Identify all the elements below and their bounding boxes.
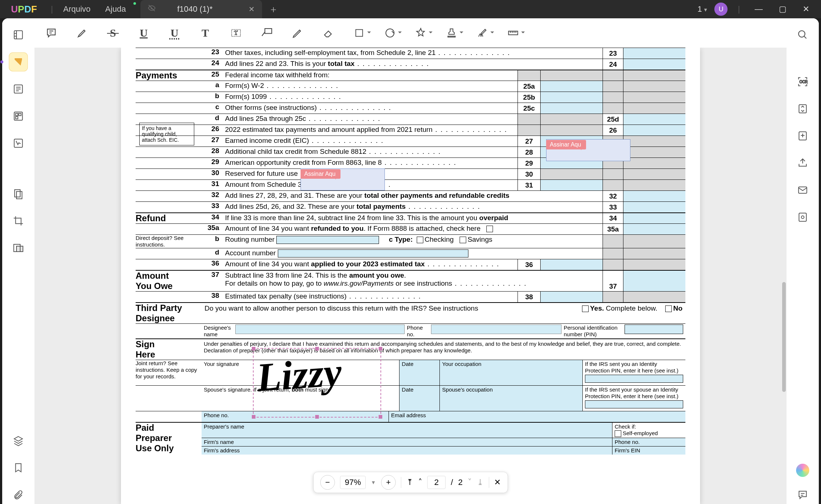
amount-field[interactable]	[540, 103, 603, 114]
strikethrough-tool-icon[interactable]: S	[103, 23, 123, 43]
document-viewport[interactable]: 23 Other taxes, including self-employmen…	[34, 48, 787, 504]
new-tab-button[interactable]: ＋	[262, 3, 285, 16]
prev-page-button[interactable]: ˄	[418, 478, 422, 487]
squiggly-tool-icon[interactable]: U	[164, 23, 185, 43]
document-tab[interactable]: f1040 (1)* ✕	[140, 0, 262, 18]
amount-field[interactable]	[623, 48, 685, 59]
checkbox-checking[interactable]	[417, 237, 423, 243]
eraser-tool-icon[interactable]	[318, 23, 339, 43]
minimize-button[interactable]: —	[750, 4, 767, 14]
spouse-ip-pin-field[interactable]	[585, 400, 683, 408]
zoom-dropdown-icon[interactable]: ▼	[371, 479, 376, 485]
amount-field[interactable]	[623, 213, 685, 223]
cell	[540, 125, 603, 136]
sign-here-tag[interactable]: Assinar Aqui	[546, 140, 586, 149]
convert-icon[interactable]	[794, 100, 812, 118]
email-icon[interactable]	[794, 181, 812, 199]
note-tool-icon[interactable]	[41, 23, 62, 43]
comment-tool-icon[interactable]	[9, 53, 27, 71]
sticker-tool-icon[interactable]	[380, 23, 400, 43]
signature-graphic[interactable]: Lizzy	[255, 349, 343, 401]
stamp-tool-icon[interactable]	[410, 23, 431, 43]
next-page-button[interactable]: ˅	[468, 478, 472, 487]
textbox-tool-icon[interactable]: T	[226, 23, 246, 43]
routing-number-field[interactable]	[276, 236, 379, 244]
checkbox-self-employed[interactable]	[615, 430, 621, 437]
layers-icon[interactable]	[9, 431, 27, 450]
check-if-label: Check if:	[615, 423, 636, 430]
user-avatar[interactable]: U	[714, 3, 728, 16]
mid-label: 30	[518, 169, 540, 179]
maximize-button[interactable]: ▢	[774, 4, 791, 14]
zoom-out-button[interactable]: −	[320, 475, 335, 490]
amount-field[interactable]	[540, 81, 603, 92]
redact-icon[interactable]	[9, 239, 27, 257]
amount-field[interactable]	[623, 114, 685, 125]
attachment-icon[interactable]	[9, 486, 27, 504]
ocr-icon[interactable]: OCR	[794, 73, 812, 91]
search-icon[interactable]	[794, 26, 812, 44]
sign-here-tag[interactable]: Assinar Aqui	[301, 169, 340, 179]
first-page-button[interactable]: ⤒	[406, 478, 413, 487]
line-desc: Other taxes, including self-employment t…	[223, 48, 603, 59]
ip-pin-field[interactable]	[585, 375, 683, 383]
tab-close-button[interactable]: ✕	[248, 5, 255, 14]
comments-panel-icon[interactable]	[794, 486, 812, 504]
checkbox-8888[interactable]	[486, 226, 493, 232]
zoom-toolbar: − 97% ▼ + ⤒ ˄ 2 / 2 ˅ ⤓ ✕	[313, 472, 508, 493]
callout-tool-icon[interactable]	[257, 23, 277, 43]
designee-name-field[interactable]	[235, 325, 405, 334]
checkbox-no[interactable]	[665, 305, 672, 312]
page-dropdown[interactable]: 1 ▾	[697, 4, 707, 14]
signature-tool-icon[interactable]	[472, 23, 493, 43]
form-fill-icon[interactable]	[9, 134, 27, 152]
amount-field[interactable]	[623, 59, 685, 70]
stamp2-tool-icon[interactable]	[441, 23, 462, 43]
scrollbar-thumb[interactable]	[782, 282, 786, 392]
svg-rect-14	[356, 30, 363, 37]
checkbox-savings[interactable]	[460, 237, 466, 243]
thumbnails-icon[interactable]	[9, 26, 27, 44]
organize-pages-icon[interactable]	[9, 185, 27, 203]
menu-help[interactable]: Ajuda	[98, 4, 133, 14]
account-number-field[interactable]	[278, 249, 468, 257]
amount-field[interactable]	[623, 191, 685, 201]
share-icon[interactable]	[794, 154, 812, 172]
page-input[interactable]: 2	[427, 476, 446, 489]
zoom-percent[interactable]: 97%	[340, 476, 366, 489]
zoom-in-button[interactable]: +	[381, 475, 396, 490]
ai-assistant-icon[interactable]	[796, 464, 809, 477]
checkbox-yes[interactable]	[582, 305, 589, 312]
svg-rect-13	[265, 29, 272, 33]
amount-field[interactable]	[623, 125, 685, 136]
amount-field[interactable]	[623, 224, 685, 234]
line-desc: Form(s) W-2	[223, 81, 518, 92]
compress-icon[interactable]	[794, 127, 812, 145]
page-tools-icon[interactable]	[9, 107, 27, 125]
close-button[interactable]: ✕	[798, 4, 814, 14]
designee-pin-field[interactable]	[625, 325, 683, 334]
amount-field[interactable]	[623, 271, 685, 291]
crop-icon[interactable]	[9, 212, 27, 230]
measure-tool-icon[interactable]	[503, 23, 523, 43]
svg-rect-0	[14, 31, 23, 39]
pencil-tool-icon[interactable]	[287, 23, 308, 43]
protect-icon[interactable]	[794, 208, 812, 226]
amount-field[interactable]	[540, 180, 603, 190]
last-page-button[interactable]: ⤓	[477, 478, 483, 487]
close-zoombar-button[interactable]: ✕	[494, 478, 501, 487]
underline-tool-icon[interactable]: U	[133, 23, 154, 43]
text-tool-icon[interactable]: T	[195, 23, 216, 43]
amount-field[interactable]	[540, 292, 603, 302]
highlighter-tool-icon[interactable]	[72, 23, 92, 43]
visibility-off-icon	[148, 4, 156, 14]
designee-phone-field[interactable]	[431, 325, 562, 334]
edit-text-icon[interactable]	[9, 80, 27, 98]
amount-field[interactable]	[623, 202, 685, 212]
amount-field[interactable]	[540, 259, 603, 270]
amount-field[interactable]	[540, 92, 603, 103]
menu-file[interactable]: Arquivo	[56, 4, 98, 14]
shape-tool-icon[interactable]	[349, 23, 369, 43]
bookmark-icon[interactable]	[9, 459, 27, 477]
line-number: 33	[202, 202, 223, 212]
